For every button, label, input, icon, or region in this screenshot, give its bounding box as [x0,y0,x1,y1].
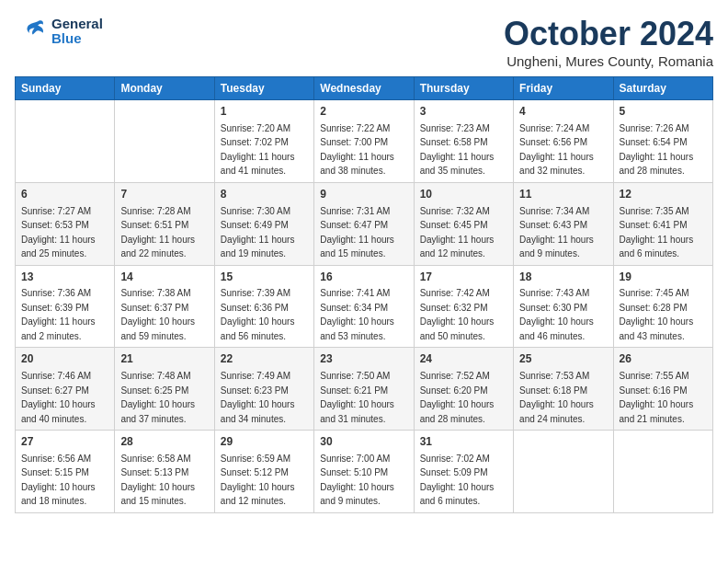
day-number: 16 [320,270,407,285]
day-number: 13 [21,270,108,285]
day-number: 10 [420,187,507,202]
day-number: 29 [221,434,308,450]
day-number: 17 [420,270,507,285]
day-number: 2 [320,104,407,120]
day-info: Sunrise: 7:48 AM Sunset: 6:25 PM Dayligh… [120,371,195,424]
day-cell: 16Sunrise: 7:41 AM Sunset: 6:34 PM Dayli… [314,265,414,348]
page-header: General Blue October 2024 Ungheni, Mures… [15,15,713,69]
day-number: 1 [221,104,308,120]
day-number: 23 [320,351,407,367]
day-info: Sunrise: 7:35 AM Sunset: 6:41 PM Dayligh… [620,206,694,259]
day-number: 14 [120,270,208,285]
logo: General Blue [15,15,103,48]
day-cell: 11Sunrise: 7:34 AM Sunset: 6:43 PM Dayli… [514,182,613,265]
day-info: Sunrise: 7:31 AM Sunset: 6:47 PM Dayligh… [320,206,394,259]
week-row-5: 27Sunrise: 6:56 AM Sunset: 5:15 PM Dayli… [16,431,713,513]
day-info: Sunrise: 6:56 AM Sunset: 5:15 PM Dayligh… [21,454,96,507]
day-info: Sunrise: 7:22 AM Sunset: 7:00 PM Dayligh… [320,123,394,177]
day-info: Sunrise: 7:55 AM Sunset: 6:16 PM Dayligh… [620,371,694,424]
day-number: 9 [320,187,407,202]
day-number: 19 [620,270,707,285]
day-cell: 22Sunrise: 7:49 AM Sunset: 6:23 PM Dayli… [214,348,313,431]
day-number: 7 [120,187,208,202]
day-info: Sunrise: 7:52 AM Sunset: 6:20 PM Dayligh… [420,371,495,424]
weekday-header-saturday: Saturday [613,77,712,100]
logo-general-text: General [51,17,103,32]
logo-icon [15,15,48,48]
day-cell [16,100,115,183]
calendar-table: SundayMondayTuesdayWednesdayThursdayFrid… [15,76,713,513]
day-number: 24 [420,351,507,367]
day-cell: 18Sunrise: 7:43 AM Sunset: 6:30 PM Dayli… [514,265,613,348]
day-cell: 29Sunrise: 6:59 AM Sunset: 5:12 PM Dayli… [214,431,313,513]
day-cell: 17Sunrise: 7:42 AM Sunset: 6:32 PM Dayli… [414,265,513,348]
day-info: Sunrise: 7:36 AM Sunset: 6:39 PM Dayligh… [21,288,96,341]
day-info: Sunrise: 7:32 AM Sunset: 6:45 PM Dayligh… [420,206,495,259]
weekday-header-tuesday: Tuesday [214,77,313,100]
week-row-1: 1Sunrise: 7:20 AM Sunset: 7:02 PM Daylig… [16,100,713,183]
day-info: Sunrise: 7:45 AM Sunset: 6:28 PM Dayligh… [620,288,694,341]
day-info: Sunrise: 7:42 AM Sunset: 6:32 PM Dayligh… [420,288,495,341]
day-cell: 7Sunrise: 7:28 AM Sunset: 6:51 PM Daylig… [115,182,214,265]
day-cell: 10Sunrise: 7:32 AM Sunset: 6:45 PM Dayli… [414,182,513,265]
day-info: Sunrise: 7:24 AM Sunset: 6:56 PM Dayligh… [519,123,594,177]
weekday-header-monday: Monday [115,77,214,100]
day-info: Sunrise: 7:38 AM Sunset: 6:37 PM Dayligh… [120,288,195,341]
day-number: 12 [620,187,707,202]
day-cell: 5Sunrise: 7:26 AM Sunset: 6:54 PM Daylig… [613,100,712,183]
day-info: Sunrise: 7:30 AM Sunset: 6:49 PM Dayligh… [221,206,295,259]
day-cell: 31Sunrise: 7:02 AM Sunset: 5:09 PM Dayli… [414,431,513,513]
day-cell: 28Sunrise: 6:58 AM Sunset: 5:13 PM Dayli… [115,431,214,513]
week-row-2: 6Sunrise: 7:27 AM Sunset: 6:53 PM Daylig… [16,182,713,265]
day-number: 6 [21,187,108,202]
day-info: Sunrise: 7:20 AM Sunset: 7:02 PM Dayligh… [221,123,295,177]
day-number: 30 [320,434,407,450]
day-number: 28 [120,434,208,450]
day-number: 15 [221,270,308,285]
day-cell [514,431,613,513]
day-info: Sunrise: 7:00 AM Sunset: 5:10 PM Dayligh… [320,454,394,507]
day-number: 18 [519,270,607,285]
day-number: 8 [221,187,308,202]
day-info: Sunrise: 7:26 AM Sunset: 6:54 PM Dayligh… [620,123,694,177]
day-number: 27 [21,434,108,450]
day-cell: 4Sunrise: 7:24 AM Sunset: 6:56 PM Daylig… [514,100,613,183]
day-cell: 12Sunrise: 7:35 AM Sunset: 6:41 PM Dayli… [613,182,712,265]
week-row-4: 20Sunrise: 7:46 AM Sunset: 6:27 PM Dayli… [16,348,713,431]
weekday-header-row: SundayMondayTuesdayWednesdayThursdayFrid… [16,77,713,100]
day-number: 25 [519,351,607,367]
day-cell: 30Sunrise: 7:00 AM Sunset: 5:10 PM Dayli… [314,431,414,513]
day-cell [613,431,712,513]
day-number: 21 [120,351,208,367]
day-cell: 3Sunrise: 7:23 AM Sunset: 6:58 PM Daylig… [414,100,513,183]
day-info: Sunrise: 7:23 AM Sunset: 6:58 PM Dayligh… [420,123,495,177]
day-cell: 23Sunrise: 7:50 AM Sunset: 6:21 PM Dayli… [314,348,414,431]
weekday-header-thursday: Thursday [414,77,513,100]
month-title: October 2024 [504,15,713,53]
day-cell: 15Sunrise: 7:39 AM Sunset: 6:36 PM Dayli… [214,265,313,348]
weekday-header-sunday: Sunday [16,77,115,100]
day-cell: 26Sunrise: 7:55 AM Sunset: 6:16 PM Dayli… [613,348,712,431]
day-info: Sunrise: 6:58 AM Sunset: 5:13 PM Dayligh… [120,454,195,507]
day-cell: 1Sunrise: 7:20 AM Sunset: 7:02 PM Daylig… [214,100,313,183]
weekday-header-friday: Friday [514,77,613,100]
day-cell: 21Sunrise: 7:48 AM Sunset: 6:25 PM Dayli… [115,348,214,431]
day-number: 3 [420,104,507,120]
day-info: Sunrise: 7:53 AM Sunset: 6:18 PM Dayligh… [519,371,594,424]
day-number: 4 [519,104,607,120]
day-info: Sunrise: 7:27 AM Sunset: 6:53 PM Dayligh… [21,206,96,259]
weekday-header-wednesday: Wednesday [314,77,414,100]
day-info: Sunrise: 7:46 AM Sunset: 6:27 PM Dayligh… [21,371,96,424]
logo-name: General Blue [51,17,103,47]
week-row-3: 13Sunrise: 7:36 AM Sunset: 6:39 PM Dayli… [16,265,713,348]
day-number: 26 [620,351,707,367]
day-number: 20 [21,351,108,367]
day-cell: 24Sunrise: 7:52 AM Sunset: 6:20 PM Dayli… [414,348,513,431]
day-number: 11 [519,187,607,202]
day-cell [115,100,214,183]
day-info: Sunrise: 7:34 AM Sunset: 6:43 PM Dayligh… [519,206,594,259]
day-cell: 2Sunrise: 7:22 AM Sunset: 7:00 PM Daylig… [314,100,414,183]
day-info: Sunrise: 6:59 AM Sunset: 5:12 PM Dayligh… [221,454,295,507]
day-number: 5 [620,104,707,120]
day-cell: 19Sunrise: 7:45 AM Sunset: 6:28 PM Dayli… [613,265,712,348]
